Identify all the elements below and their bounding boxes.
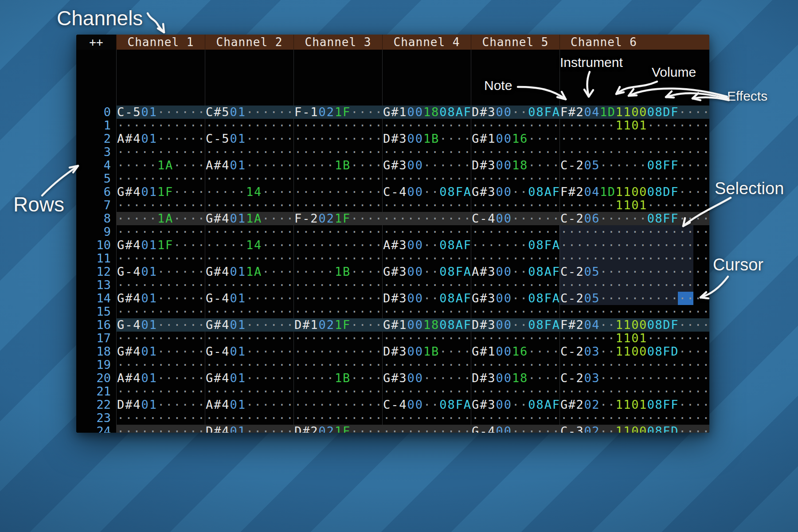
pattern-cell-ch1[interactable]: ···········	[116, 278, 205, 292]
pattern-cell-ch2[interactable]: ···········	[205, 332, 293, 345]
pattern-cell-ch4[interactable]: G#1001808AF	[382, 106, 471, 119]
pattern-cell-ch6[interactable]: ···················	[559, 132, 709, 145]
pattern-cell-ch5[interactable]: ···········	[471, 385, 559, 398]
pattern-cell-ch6[interactable]: C-203··110008FD····	[559, 345, 709, 358]
pattern-cell-ch4[interactable]: A#300··08AF	[382, 239, 471, 252]
pattern-cell-ch2[interactable]: ···········	[205, 225, 293, 239]
channel-header-2[interactable]: Channel 2	[205, 35, 293, 50]
pattern-cell-ch5[interactable]: G#300··08FA	[471, 292, 559, 305]
pattern-cell-ch6[interactable]: C-203··············	[559, 372, 709, 385]
pattern-cell-ch2[interactable]: ···········	[205, 199, 293, 212]
pattern-cell-ch3[interactable]: ···········	[293, 305, 382, 318]
pattern-cell-ch3[interactable]: ···········	[293, 385, 382, 398]
pattern-cell-ch5[interactable]: D#300··08FA	[471, 106, 559, 119]
pattern-cell-ch6[interactable]: ·······1101········	[559, 199, 709, 212]
pattern-cell-ch3[interactable]: ·····1B····	[293, 372, 382, 385]
pattern-cell-ch1[interactable]: G#4011F····	[116, 239, 205, 252]
pattern-body[interactable]: 0C-501······C#501······F-1021F····G#1001…	[76, 50, 709, 433]
pattern-cell-ch2[interactable]: ···········	[205, 411, 293, 425]
pattern-cell-ch1[interactable]: ···········	[116, 385, 205, 398]
pattern-cell-ch2[interactable]: ·····14····	[205, 239, 293, 252]
pattern-cell-ch6[interactable]: ···················	[559, 411, 709, 425]
pattern-cell-ch2[interactable]: ···········	[205, 252, 293, 265]
pattern-cell-ch5[interactable]: G#300··08AF	[471, 185, 559, 199]
pattern-cell-ch6[interactable]: ···················	[559, 239, 709, 252]
pattern-cell-ch4[interactable]: ···········	[382, 172, 471, 185]
pattern-cell-ch3[interactable]: ···········	[293, 345, 382, 358]
pattern-cell-ch1[interactable]: ···········	[116, 172, 205, 185]
pattern-cell-ch2[interactable]: G#4011A····	[205, 212, 293, 225]
pattern-cell-ch3[interactable]: ···········	[293, 411, 382, 425]
pattern-cell-ch4[interactable]: ···········	[382, 411, 471, 425]
pattern-cell-ch2[interactable]: ···········	[205, 305, 293, 318]
pattern-corner-cell[interactable]: ++	[76, 35, 116, 50]
pattern-cell-ch3[interactable]: ···········	[293, 145, 382, 159]
pattern-cell-ch3[interactable]: F-2021F····	[293, 212, 382, 225]
pattern-cell-ch2[interactable]: ···········	[205, 172, 293, 185]
pattern-cell-ch1[interactable]: ···········	[116, 305, 205, 318]
pattern-cell-ch6[interactable]: ···················	[559, 252, 709, 265]
pattern-cell-ch1[interactable]: G#4011F····	[116, 185, 205, 199]
pattern-cell-ch2[interactable]: ···········	[205, 278, 293, 292]
channel-header-1[interactable]: Channel 1	[116, 35, 205, 50]
pattern-cell-ch4[interactable]: D#3001B····	[382, 345, 471, 358]
pattern-cell-ch4[interactable]: C-400··08FA	[382, 185, 471, 199]
pattern-cell-ch4[interactable]: ···········	[382, 199, 471, 212]
pattern-cell-ch1[interactable]: ···········	[116, 425, 205, 433]
pattern-cell-ch4[interactable]: G#300······	[382, 159, 471, 172]
pattern-cell-ch6[interactable]: F#204··110008DF····	[559, 318, 709, 332]
pattern-cell-ch1[interactable]: ···········	[116, 332, 205, 345]
pattern-cell-ch5[interactable]: ···········	[471, 145, 559, 159]
pattern-cell-ch2[interactable]: ···········	[205, 358, 293, 372]
pattern-cell-ch2[interactable]: A#401······	[205, 159, 293, 172]
pattern-cell-ch6[interactable]: C-302··110008FD····	[559, 425, 709, 433]
pattern-cell-ch5[interactable]: ···········	[471, 172, 559, 185]
pattern-cell-ch5[interactable]: ···········	[471, 252, 559, 265]
pattern-cell-ch3[interactable]: ·····1B····	[293, 265, 382, 278]
pattern-cell-ch5[interactable]: ···········	[471, 305, 559, 318]
pattern-cell-ch1[interactable]: C-501······	[116, 106, 205, 119]
pattern-cell-ch6[interactable]: ···················	[559, 145, 709, 159]
pattern-cell-ch1[interactable]: G#401······	[116, 292, 205, 305]
pattern-cell-ch4[interactable]: ···········	[382, 278, 471, 292]
pattern-cell-ch4[interactable]: ···········	[382, 332, 471, 345]
pattern-cell-ch5[interactable]: ···········	[471, 411, 559, 425]
pattern-cell-ch3[interactable]: ···········	[293, 239, 382, 252]
pattern-cell-ch5[interactable]: ···········	[471, 225, 559, 239]
pattern-cell-ch5[interactable]: ···········	[471, 278, 559, 292]
pattern-cell-ch6[interactable]: ···················	[559, 225, 709, 239]
pattern-cell-ch3[interactable]: ···········	[293, 358, 382, 372]
pattern-cell-ch4[interactable]: D#300··08AF	[382, 292, 471, 305]
pattern-cell-ch4[interactable]: C-400··08FA	[382, 398, 471, 411]
pattern-cell-ch1[interactable]: ·····1A····	[116, 159, 205, 172]
pattern-cell-ch2[interactable]: ···········	[205, 145, 293, 159]
pattern-cell-ch2[interactable]: ···········	[205, 385, 293, 398]
pattern-cell-ch4[interactable]: ···········	[382, 385, 471, 398]
pattern-cell-ch1[interactable]: ···········	[116, 145, 205, 159]
pattern-cell-ch3[interactable]: ···········	[293, 199, 382, 212]
pattern-cell-ch2[interactable]: G-401······	[205, 292, 293, 305]
pattern-cell-ch2[interactable]: ···········	[205, 119, 293, 132]
pattern-cell-ch5[interactable]: G#10016····	[471, 345, 559, 358]
pattern-cell-ch4[interactable]: ···········	[382, 119, 471, 132]
pattern-cell-ch4[interactable]: ···········	[382, 425, 471, 433]
pattern-cell-ch6[interactable]: C-205··············	[559, 265, 709, 278]
pattern-cell-ch1[interactable]: G-401······	[116, 265, 205, 278]
channel-header-6[interactable]: Channel 6	[559, 35, 709, 50]
pattern-cell-ch4[interactable]: G#300······	[382, 372, 471, 385]
pattern-cell-ch6[interactable]: C-205······08FF····	[559, 159, 709, 172]
pattern-cell-ch3[interactable]: ···········	[293, 398, 382, 411]
pattern-cell-ch4[interactable]: D#3001B····	[382, 132, 471, 145]
pattern-cell-ch1[interactable]: D#401······	[116, 398, 205, 411]
pattern-cell-ch6[interactable]: ···················	[559, 305, 709, 318]
pattern-cell-ch6[interactable]: ···················	[559, 358, 709, 372]
pattern-cell-ch5[interactable]: D#30018····	[471, 159, 559, 172]
pattern-cell-ch6[interactable]: ·······1101········	[559, 119, 709, 132]
pattern-cell-ch1[interactable]: ·····1A····	[116, 212, 205, 225]
pattern-cell-ch2[interactable]: G#401······	[205, 372, 293, 385]
pattern-cell-ch5[interactable]: G#300··08AF	[471, 398, 559, 411]
pattern-cell-ch5[interactable]: D#300··08FA	[471, 318, 559, 332]
pattern-cell-ch3[interactable]: D#2021F····	[293, 425, 382, 433]
pattern-cell-ch1[interactable]: ···········	[116, 199, 205, 212]
pattern-cell-ch1[interactable]: G-401······	[116, 318, 205, 332]
